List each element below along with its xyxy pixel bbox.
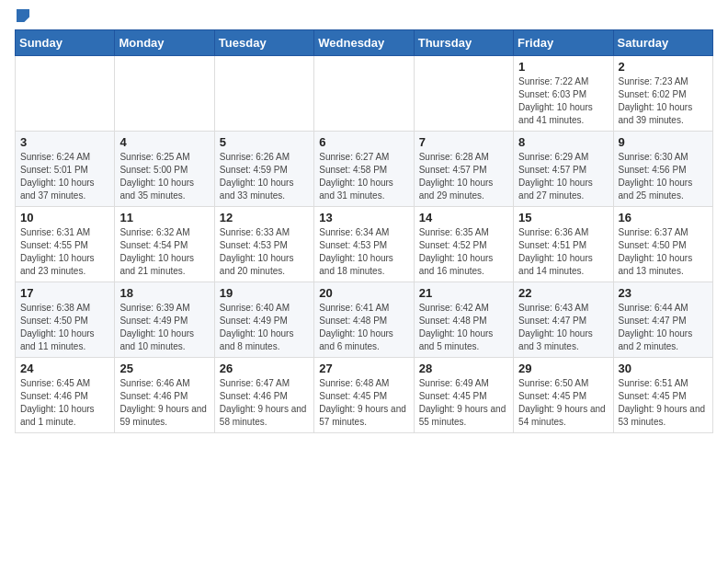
calendar-table: SundayMondayTuesdayWednesdayThursdayFrid… <box>15 29 713 433</box>
calendar-cell: 15Sunrise: 6:36 AM Sunset: 4:51 PM Dayli… <box>514 207 613 282</box>
day-info: Sunrise: 6:34 AM Sunset: 4:53 PM Dayligh… <box>319 226 408 278</box>
calendar-cell: 8Sunrise: 6:29 AM Sunset: 4:57 PM Daylig… <box>514 132 613 207</box>
logo-icon <box>17 9 29 22</box>
calendar-header-row: SundayMondayTuesdayWednesdayThursdayFrid… <box>16 30 713 56</box>
day-info: Sunrise: 6:29 AM Sunset: 4:57 PM Dayligh… <box>518 151 608 202</box>
calendar-cell: 12Sunrise: 6:33 AM Sunset: 4:53 PM Dayli… <box>214 207 313 282</box>
weekday-header-monday: Monday <box>115 30 214 56</box>
day-info: Sunrise: 6:36 AM Sunset: 4:51 PM Dayligh… <box>518 226 608 278</box>
day-number: 22 <box>518 286 608 300</box>
day-info: Sunrise: 6:40 AM Sunset: 4:49 PM Dayligh… <box>220 302 309 353</box>
calendar-cell: 26Sunrise: 6:47 AM Sunset: 4:46 PM Dayli… <box>214 358 313 433</box>
day-info: Sunrise: 6:35 AM Sunset: 4:52 PM Dayligh… <box>419 226 508 278</box>
day-number: 24 <box>20 362 109 375</box>
calendar-week-row: 3Sunrise: 6:24 AM Sunset: 5:01 PM Daylig… <box>16 132 713 207</box>
day-info: Sunrise: 6:31 AM Sunset: 4:55 PM Dayligh… <box>20 226 109 278</box>
day-number: 20 <box>319 286 408 300</box>
day-number: 10 <box>20 211 109 224</box>
day-number: 2 <box>619 60 708 74</box>
weekday-header-wednesday: Wednesday <box>314 30 414 56</box>
calendar-cell: 20Sunrise: 6:41 AM Sunset: 4:48 PM Dayli… <box>314 282 414 358</box>
calendar-cell: 2Sunrise: 7:23 AM Sunset: 6:02 PM Daylig… <box>613 56 712 132</box>
calendar-cell: 11Sunrise: 6:32 AM Sunset: 4:54 PM Dayli… <box>115 207 214 282</box>
logo <box>15 15 29 22</box>
calendar-cell: 14Sunrise: 6:35 AM Sunset: 4:52 PM Dayli… <box>414 207 513 282</box>
day-info: Sunrise: 6:39 AM Sunset: 4:49 PM Dayligh… <box>119 302 209 353</box>
day-number: 23 <box>619 286 708 300</box>
day-info: Sunrise: 6:25 AM Sunset: 5:00 PM Dayligh… <box>119 151 209 202</box>
day-info: Sunrise: 6:42 AM Sunset: 4:48 PM Dayligh… <box>419 302 508 353</box>
day-number: 4 <box>119 135 209 149</box>
day-number: 17 <box>20 286 109 300</box>
calendar-cell: 10Sunrise: 6:31 AM Sunset: 4:55 PM Dayli… <box>16 207 115 282</box>
day-number: 5 <box>220 135 309 149</box>
weekday-header-sunday: Sunday <box>16 30 115 56</box>
day-number: 11 <box>119 211 209 224</box>
day-number: 19 <box>220 286 309 300</box>
day-info: Sunrise: 6:37 AM Sunset: 4:50 PM Dayligh… <box>619 226 708 278</box>
calendar-cell: 25Sunrise: 6:46 AM Sunset: 4:46 PM Dayli… <box>115 358 214 433</box>
day-info: Sunrise: 6:44 AM Sunset: 4:47 PM Dayligh… <box>619 302 708 353</box>
day-info: Sunrise: 6:28 AM Sunset: 4:57 PM Dayligh… <box>419 151 508 202</box>
day-number: 13 <box>319 211 408 224</box>
calendar-cell: 17Sunrise: 6:38 AM Sunset: 4:50 PM Dayli… <box>16 282 115 358</box>
day-number: 9 <box>619 135 708 149</box>
day-info: Sunrise: 6:41 AM Sunset: 4:48 PM Dayligh… <box>319 302 408 353</box>
day-info: Sunrise: 7:22 AM Sunset: 6:03 PM Dayligh… <box>518 75 608 127</box>
day-number: 7 <box>419 135 508 149</box>
day-info: Sunrise: 6:38 AM Sunset: 4:50 PM Dayligh… <box>20 302 109 353</box>
day-number: 30 <box>619 362 708 375</box>
weekday-header-tuesday: Tuesday <box>214 30 313 56</box>
calendar-cell <box>214 56 313 132</box>
calendar-cell: 4Sunrise: 6:25 AM Sunset: 5:00 PM Daylig… <box>115 132 214 207</box>
day-number: 3 <box>20 135 109 149</box>
day-number: 28 <box>419 362 508 375</box>
day-info: Sunrise: 6:45 AM Sunset: 4:46 PM Dayligh… <box>20 377 109 429</box>
day-number: 29 <box>518 362 608 375</box>
day-info: Sunrise: 6:26 AM Sunset: 4:59 PM Dayligh… <box>220 151 309 202</box>
day-info: Sunrise: 6:46 AM Sunset: 4:46 PM Dayligh… <box>119 377 209 429</box>
day-info: Sunrise: 6:30 AM Sunset: 4:56 PM Dayligh… <box>619 151 708 202</box>
calendar-week-row: 10Sunrise: 6:31 AM Sunset: 4:55 PM Dayli… <box>16 207 713 282</box>
day-info: Sunrise: 6:48 AM Sunset: 4:45 PM Dayligh… <box>319 377 408 429</box>
day-info: Sunrise: 7:23 AM Sunset: 6:02 PM Dayligh… <box>619 75 708 127</box>
calendar-week-row: 17Sunrise: 6:38 AM Sunset: 4:50 PM Dayli… <box>16 282 713 358</box>
day-info: Sunrise: 6:47 AM Sunset: 4:46 PM Dayligh… <box>220 377 309 429</box>
calendar-cell: 21Sunrise: 6:42 AM Sunset: 4:48 PM Dayli… <box>414 282 513 358</box>
day-info: Sunrise: 6:49 AM Sunset: 4:45 PM Dayligh… <box>419 377 508 429</box>
page-header <box>15 15 713 22</box>
calendar-cell: 28Sunrise: 6:49 AM Sunset: 4:45 PM Dayli… <box>414 358 513 433</box>
calendar-cell: 23Sunrise: 6:44 AM Sunset: 4:47 PM Dayli… <box>613 282 712 358</box>
calendar-cell <box>115 56 214 132</box>
calendar-cell: 5Sunrise: 6:26 AM Sunset: 4:59 PM Daylig… <box>214 132 313 207</box>
calendar-week-row: 1Sunrise: 7:22 AM Sunset: 6:03 PM Daylig… <box>16 56 713 132</box>
weekday-header-friday: Friday <box>514 30 613 56</box>
calendar-cell: 18Sunrise: 6:39 AM Sunset: 4:49 PM Dayli… <box>115 282 214 358</box>
day-number: 12 <box>220 211 309 224</box>
day-number: 8 <box>518 135 608 149</box>
calendar-cell: 13Sunrise: 6:34 AM Sunset: 4:53 PM Dayli… <box>314 207 414 282</box>
day-number: 25 <box>119 362 209 375</box>
calendar-cell <box>314 56 414 132</box>
weekday-header-saturday: Saturday <box>613 30 712 56</box>
calendar-cell: 16Sunrise: 6:37 AM Sunset: 4:50 PM Dayli… <box>613 207 712 282</box>
calendar-cell: 6Sunrise: 6:27 AM Sunset: 4:58 PM Daylig… <box>314 132 414 207</box>
day-info: Sunrise: 6:27 AM Sunset: 4:58 PM Dayligh… <box>319 151 408 202</box>
calendar-week-row: 24Sunrise: 6:45 AM Sunset: 4:46 PM Dayli… <box>16 358 713 433</box>
day-number: 14 <box>419 211 508 224</box>
day-number: 27 <box>319 362 408 375</box>
day-number: 21 <box>419 286 508 300</box>
calendar-cell: 24Sunrise: 6:45 AM Sunset: 4:46 PM Dayli… <box>16 358 115 433</box>
calendar-cell: 1Sunrise: 7:22 AM Sunset: 6:03 PM Daylig… <box>514 56 613 132</box>
calendar-cell: 9Sunrise: 6:30 AM Sunset: 4:56 PM Daylig… <box>613 132 712 207</box>
weekday-header-thursday: Thursday <box>414 30 513 56</box>
day-number: 18 <box>119 286 209 300</box>
calendar-cell <box>16 56 115 132</box>
calendar-cell <box>414 56 513 132</box>
day-info: Sunrise: 6:32 AM Sunset: 4:54 PM Dayligh… <box>119 226 209 278</box>
calendar-cell: 19Sunrise: 6:40 AM Sunset: 4:49 PM Dayli… <box>214 282 313 358</box>
calendar-cell: 27Sunrise: 6:48 AM Sunset: 4:45 PM Dayli… <box>314 358 414 433</box>
day-info: Sunrise: 6:51 AM Sunset: 4:45 PM Dayligh… <box>619 377 708 429</box>
calendar-cell: 3Sunrise: 6:24 AM Sunset: 5:01 PM Daylig… <box>16 132 115 207</box>
day-number: 1 <box>518 60 608 74</box>
